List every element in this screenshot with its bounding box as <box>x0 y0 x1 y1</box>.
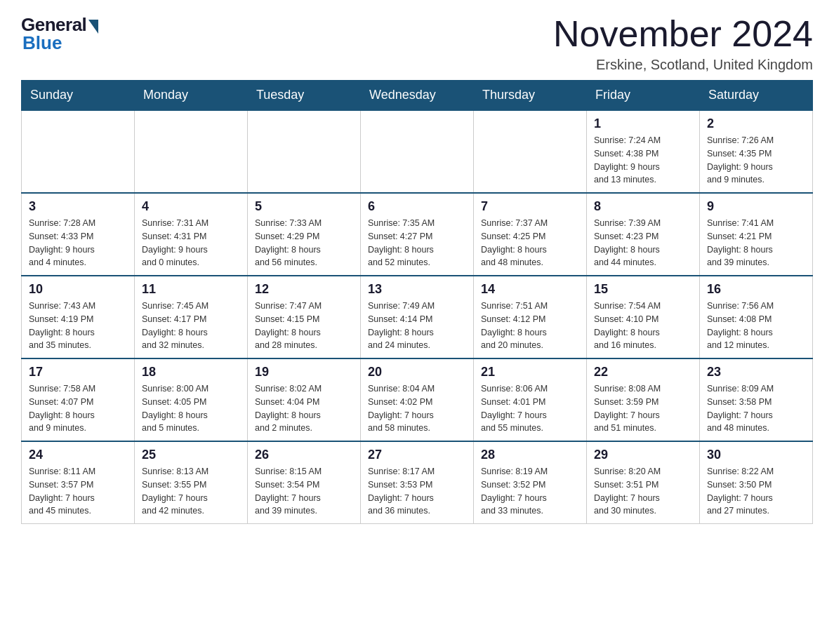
day-info: Sunrise: 7:37 AMSunset: 4:25 PMDaylight:… <box>481 217 579 269</box>
calendar-cell: 12Sunrise: 7:47 AMSunset: 4:15 PMDayligh… <box>248 276 361 358</box>
day-number: 30 <box>707 448 805 462</box>
calendar-cell: 17Sunrise: 7:58 AMSunset: 4:07 PMDayligh… <box>22 358 135 441</box>
calendar-header-monday: Monday <box>135 81 248 111</box>
calendar-cell: 5Sunrise: 7:33 AMSunset: 4:29 PMDaylight… <box>248 193 361 276</box>
day-info: Sunrise: 8:22 AMSunset: 3:50 PMDaylight:… <box>707 465 805 518</box>
calendar-cell: 4Sunrise: 7:31 AMSunset: 4:31 PMDaylight… <box>135 193 248 276</box>
day-info: Sunrise: 8:08 AMSunset: 3:59 PMDaylight:… <box>594 382 692 435</box>
day-number: 2 <box>707 116 805 131</box>
day-info: Sunrise: 8:00 AMSunset: 4:05 PMDaylight:… <box>142 382 240 435</box>
calendar-week-row: 24Sunrise: 8:11 AMSunset: 3:57 PMDayligh… <box>22 441 813 524</box>
day-info: Sunrise: 7:47 AMSunset: 4:15 PMDaylight:… <box>255 300 353 352</box>
calendar-cell <box>22 110 135 193</box>
calendar-cell: 23Sunrise: 8:09 AMSunset: 3:58 PMDayligh… <box>700 358 813 441</box>
calendar-cell: 2Sunrise: 7:26 AMSunset: 4:35 PMDaylight… <box>700 110 813 193</box>
calendar-week-row: 3Sunrise: 7:28 AMSunset: 4:33 PMDaylight… <box>22 193 813 276</box>
calendar-cell: 6Sunrise: 7:35 AMSunset: 4:27 PMDaylight… <box>361 193 474 276</box>
calendar-cell: 14Sunrise: 7:51 AMSunset: 4:12 PMDayligh… <box>474 276 587 358</box>
day-number: 16 <box>707 282 805 297</box>
day-number: 23 <box>707 365 805 380</box>
day-info: Sunrise: 7:41 AMSunset: 4:21 PMDaylight:… <box>707 217 805 269</box>
logo-arrow-icon <box>88 20 98 34</box>
day-number: 21 <box>481 365 579 380</box>
day-info: Sunrise: 8:13 AMSunset: 3:55 PMDaylight:… <box>142 465 240 518</box>
day-number: 24 <box>29 448 127 462</box>
calendar-cell: 3Sunrise: 7:28 AMSunset: 4:33 PMDaylight… <box>22 193 135 276</box>
calendar-header-wednesday: Wednesday <box>361 81 474 111</box>
day-number: 8 <box>594 199 692 214</box>
day-info: Sunrise: 7:45 AMSunset: 4:17 PMDaylight:… <box>142 300 240 352</box>
day-info: Sunrise: 7:35 AMSunset: 4:27 PMDaylight:… <box>368 217 466 269</box>
day-number: 29 <box>594 448 692 462</box>
calendar-cell: 26Sunrise: 8:15 AMSunset: 3:54 PMDayligh… <box>248 441 361 524</box>
logo: General Blue <box>21 14 98 54</box>
day-number: 26 <box>255 448 353 462</box>
day-number: 9 <box>707 199 805 214</box>
calendar-cell: 22Sunrise: 8:08 AMSunset: 3:59 PMDayligh… <box>587 358 700 441</box>
location-text: Erskine, Scotland, United Kingdom <box>553 57 813 73</box>
calendar-cell: 28Sunrise: 8:19 AMSunset: 3:52 PMDayligh… <box>474 441 587 524</box>
day-info: Sunrise: 7:54 AMSunset: 4:10 PMDaylight:… <box>594 300 692 352</box>
calendar-week-row: 17Sunrise: 7:58 AMSunset: 4:07 PMDayligh… <box>22 358 813 441</box>
day-number: 4 <box>142 199 240 214</box>
calendar-cell: 30Sunrise: 8:22 AMSunset: 3:50 PMDayligh… <box>700 441 813 524</box>
calendar-cell <box>474 110 587 193</box>
calendar-cell: 25Sunrise: 8:13 AMSunset: 3:55 PMDayligh… <box>135 441 248 524</box>
day-info: Sunrise: 8:17 AMSunset: 3:53 PMDaylight:… <box>368 465 466 518</box>
calendar-header-row: SundayMondayTuesdayWednesdayThursdayFrid… <box>22 81 813 111</box>
day-number: 1 <box>594 116 692 131</box>
calendar-cell: 21Sunrise: 8:06 AMSunset: 4:01 PMDayligh… <box>474 358 587 441</box>
day-info: Sunrise: 8:09 AMSunset: 3:58 PMDaylight:… <box>707 382 805 435</box>
day-info: Sunrise: 7:51 AMSunset: 4:12 PMDaylight:… <box>481 300 579 352</box>
day-info: Sunrise: 7:58 AMSunset: 4:07 PMDaylight:… <box>29 382 127 435</box>
day-info: Sunrise: 8:19 AMSunset: 3:52 PMDaylight:… <box>481 465 579 518</box>
day-number: 10 <box>29 282 127 297</box>
calendar-table: SundayMondayTuesdayWednesdayThursdayFrid… <box>21 80 813 524</box>
day-number: 12 <box>255 282 353 297</box>
day-info: Sunrise: 7:56 AMSunset: 4:08 PMDaylight:… <box>707 300 805 352</box>
logo-blue-text: Blue <box>22 32 62 54</box>
day-number: 27 <box>368 448 466 462</box>
day-info: Sunrise: 7:43 AMSunset: 4:19 PMDaylight:… <box>29 300 127 352</box>
calendar-cell: 13Sunrise: 7:49 AMSunset: 4:14 PMDayligh… <box>361 276 474 358</box>
calendar-cell: 15Sunrise: 7:54 AMSunset: 4:10 PMDayligh… <box>587 276 700 358</box>
calendar-cell: 27Sunrise: 8:17 AMSunset: 3:53 PMDayligh… <box>361 441 474 524</box>
calendar-cell: 24Sunrise: 8:11 AMSunset: 3:57 PMDayligh… <box>22 441 135 524</box>
calendar-cell: 1Sunrise: 7:24 AMSunset: 4:38 PMDaylight… <box>587 110 700 193</box>
calendar-cell: 11Sunrise: 7:45 AMSunset: 4:17 PMDayligh… <box>135 276 248 358</box>
calendar-header-sunday: Sunday <box>22 81 135 111</box>
day-info: Sunrise: 7:26 AMSunset: 4:35 PMDaylight:… <box>707 134 805 187</box>
calendar-cell: 8Sunrise: 7:39 AMSunset: 4:23 PMDaylight… <box>587 193 700 276</box>
day-number: 28 <box>481 448 579 462</box>
day-number: 19 <box>255 365 353 380</box>
day-number: 14 <box>481 282 579 297</box>
calendar-header-tuesday: Tuesday <box>248 81 361 111</box>
day-number: 13 <box>368 282 466 297</box>
day-number: 5 <box>255 199 353 214</box>
calendar-cell: 10Sunrise: 7:43 AMSunset: 4:19 PMDayligh… <box>22 276 135 358</box>
month-title: November 2024 <box>553 14 813 54</box>
calendar-cell: 20Sunrise: 8:04 AMSunset: 4:02 PMDayligh… <box>361 358 474 441</box>
calendar-week-row: 1Sunrise: 7:24 AMSunset: 4:38 PMDaylight… <box>22 110 813 193</box>
day-info: Sunrise: 7:24 AMSunset: 4:38 PMDaylight:… <box>594 134 692 187</box>
page-header: General Blue November 2024 Erskine, Scot… <box>21 14 813 73</box>
day-info: Sunrise: 8:04 AMSunset: 4:02 PMDaylight:… <box>368 382 466 435</box>
day-number: 6 <box>368 199 466 214</box>
day-number: 17 <box>29 365 127 380</box>
day-info: Sunrise: 7:39 AMSunset: 4:23 PMDaylight:… <box>594 217 692 269</box>
calendar-cell: 16Sunrise: 7:56 AMSunset: 4:08 PMDayligh… <box>700 276 813 358</box>
calendar-cell <box>361 110 474 193</box>
calendar-cell <box>135 110 248 193</box>
calendar-cell: 18Sunrise: 8:00 AMSunset: 4:05 PMDayligh… <box>135 358 248 441</box>
day-number: 25 <box>142 448 240 462</box>
calendar-week-row: 10Sunrise: 7:43 AMSunset: 4:19 PMDayligh… <box>22 276 813 358</box>
day-number: 3 <box>29 199 127 214</box>
day-info: Sunrise: 7:31 AMSunset: 4:31 PMDaylight:… <box>142 217 240 269</box>
day-info: Sunrise: 8:20 AMSunset: 3:51 PMDaylight:… <box>594 465 692 518</box>
day-number: 18 <box>142 365 240 380</box>
day-info: Sunrise: 8:06 AMSunset: 4:01 PMDaylight:… <box>481 382 579 435</box>
day-number: 11 <box>142 282 240 297</box>
calendar-header-saturday: Saturday <box>700 81 813 111</box>
day-number: 20 <box>368 365 466 380</box>
calendar-cell: 9Sunrise: 7:41 AMSunset: 4:21 PMDaylight… <box>700 193 813 276</box>
